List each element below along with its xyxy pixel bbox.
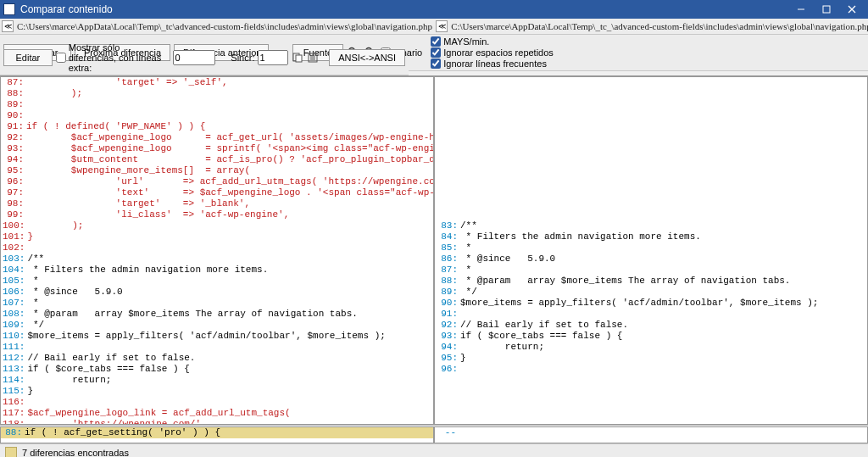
code-line: 110:$more_items = apply_filters( 'acf/ad… — [3, 331, 431, 342]
code-line: 89: — [3, 99, 431, 110]
code-line: 95: $wpengine_more_items[] = array( — [3, 165, 431, 176]
code-line: 91:if ( ! defined( 'PWP_NAME' ) ) { — [3, 121, 431, 132]
code-line: 108: * @param array $more_items The arra… — [3, 309, 431, 320]
copy-left-icon[interactable] — [292, 51, 303, 64]
bottom-left-pane[interactable]: 88:if ( ! acf_get_setting( 'pro' ) ) { — [0, 426, 434, 443]
code-line: 96: — [437, 364, 865, 375]
spaces-label: Ignorar espacios repetidos — [443, 47, 554, 58]
code-line: 109: */ — [3, 320, 431, 331]
title-bar: Comparar contenido — [0, 0, 868, 19]
code-line: 91: — [437, 309, 865, 320]
code-line: 100: ); — [3, 220, 431, 231]
only-diff-checkbox[interactable] — [56, 53, 66, 63]
frequent-checkbox[interactable] — [431, 59, 441, 69]
left-pane[interactable]: 87: 'target' => '_self',88: );89:90:91:i… — [0, 76, 434, 425]
sync-input[interactable] — [258, 50, 288, 65]
code-line: 116: — [3, 397, 431, 408]
code-line: 94: $utm_content = acf_is_pro() ? 'acf_p… — [3, 154, 431, 165]
right-pane[interactable]: --------------------------83:/**84: * Fi… — [434, 76, 868, 425]
detail-row: 88:if ( ! acf_get_setting( 'pro' ) ) { -… — [0, 425, 868, 443]
sync-label: Sincr: — [231, 53, 254, 63]
code-line: 90: — [3, 110, 431, 121]
edit-button[interactable]: Editar — [3, 49, 53, 66]
bottom-right-pane[interactable]: -- — [434, 426, 868, 443]
code-line: 87: 'target' => '_self', — [3, 77, 431, 88]
maximize-button[interactable] — [814, 1, 839, 18]
code-line: 113:if ( $core_tabs === false ) { — [3, 364, 431, 375]
code-line: 93: $acf_wpengine_logo = sprintf( '<span… — [3, 143, 431, 154]
code-line: 95:} — [437, 353, 865, 364]
code-line: 103:/** — [3, 254, 431, 265]
code-line: 85: * — [437, 242, 865, 254]
encoding-button[interactable]: ANSI<->ANSI — [329, 49, 405, 66]
code-line: 97: 'text' => $acf_wpengine_logo . '<spa… — [3, 187, 431, 198]
case-checkbox[interactable] — [431, 36, 441, 47]
code-line: 88: ); — [3, 88, 431, 99]
code-line: 96: 'url' => acf_add_url_utm_tags( 'http… — [3, 176, 431, 187]
status-icon — [5, 447, 17, 458]
code-line: 107: * — [3, 298, 431, 309]
copy-right-icon[interactable] — [307, 51, 319, 64]
code-line: 112:// Bail early if set to false. — [3, 353, 431, 364]
left-file-path: C:\Users\marce\AppData\Local\Temp\_tc\ad… — [17, 21, 432, 31]
right-file-path: C:\Users\marce\AppData\Local\Temp\_tc_\a… — [451, 21, 868, 31]
code-line: 115:} — [3, 386, 431, 397]
case-label: MAYS/min. — [443, 36, 489, 47]
code-line: 99: 'li_class' => 'acf-wp-engine', — [3, 209, 431, 220]
spaces-checkbox[interactable] — [431, 47, 441, 58]
close-button[interactable] — [839, 1, 865, 18]
code-line: 88: * @param array $more_items The array… — [437, 276, 865, 287]
extra-lines-input[interactable] — [173, 50, 215, 65]
code-line: 83:/** — [437, 220, 865, 231]
code-line: 89: */ — [437, 287, 865, 298]
code-line: 87: * — [437, 265, 865, 276]
prev-file-left-button[interactable]: ≪ — [2, 20, 14, 32]
minimize-button[interactable] — [788, 1, 814, 18]
prev-file-right-button[interactable]: ≪ — [436, 20, 448, 32]
code-line: 105: * — [3, 276, 431, 287]
code-line: 93:if ( $core_tabs === false ) { — [437, 331, 865, 342]
status-bar: 7 diferencias encontradas — [0, 443, 868, 457]
status-text: 7 diferencias encontradas — [22, 448, 129, 458]
diff-panes: 87: 'target' => '_self',88: );89:90:91:i… — [0, 75, 868, 425]
app-icon — [3, 3, 15, 15]
svg-rect-9 — [296, 55, 302, 62]
frequent-label: Ignorar líneas frecuentes — [443, 59, 547, 69]
code-line: 90:$more_items = apply_filters( 'acf/adm… — [437, 298, 865, 309]
code-line: 92: $acf_wpengine_logo = acf_get_url( 'a… — [3, 132, 431, 143]
file-paths-row: ≪ C:\Users\marce\AppData\Local\Temp\_tc\… — [0, 19, 868, 35]
code-line: 111: — [3, 342, 431, 353]
only-diff-label: Mostrar sólo diferencias, con líneas ext… — [69, 42, 170, 73]
code-line: 86: * @since 5.9.0 — [437, 254, 865, 265]
code-line: 118: 'https://wpengine.com/', — [3, 419, 431, 425]
code-line: 98: 'target' => '_blank', — [3, 198, 431, 209]
code-line: 102: — [3, 242, 431, 254]
code-line: 94: return; — [437, 342, 865, 353]
code-line: 104: * Filters the admin navigation more… — [3, 265, 431, 276]
svg-rect-1 — [823, 6, 830, 13]
code-line: 101:} — [3, 231, 431, 242]
code-line: 92:// Bail early if set to false. — [437, 320, 865, 331]
code-line: 106: * @since 5.9.0 — [3, 287, 431, 298]
code-line: 117:$acf_wpengine_logo_link = acf_add_ur… — [3, 408, 431, 419]
code-line: 84: * Filters the admin navigation more … — [437, 231, 865, 242]
window-title: Comparar contenido — [20, 3, 788, 15]
code-line: 114: return; — [3, 375, 431, 386]
